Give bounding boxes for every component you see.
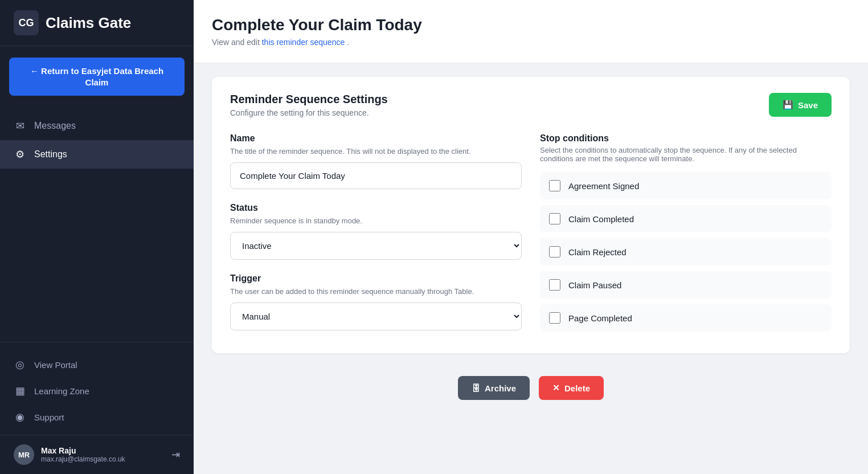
stop-conditions-desc: Select the conditions to automatically s… (540, 146, 832, 163)
sidebar-item-messages[interactable]: ✉ Messages (0, 112, 194, 140)
sidebar-item-settings-label: Settings (34, 149, 67, 160)
logo-container: CG Claims Gate (0, 0, 194, 46)
sidebar-item-view-portal[interactable]: ◎ View Portal (0, 352, 194, 378)
trigger-select[interactable]: Manual Automatic (230, 303, 522, 330)
delete-button[interactable]: ✕ Delete (539, 376, 604, 400)
status-desc: Reminder sequence is in standby mode. (230, 216, 522, 225)
support-label: Support (34, 412, 64, 422)
logo-icon: CG (14, 10, 39, 35)
logout-icon[interactable]: ⇥ (171, 448, 180, 461)
learning-zone-label: Learning Zone (34, 386, 89, 396)
settings-icon: ⚙ (14, 148, 26, 161)
archive-button[interactable]: 🗄 Archive (458, 376, 530, 400)
trigger-desc: The user can be added to this reminder s… (230, 287, 522, 296)
header-card: Complete Your Claim Today View and edit … (194, 0, 868, 63)
support-icon: ◉ (14, 411, 26, 423)
condition-claim-completed-checkbox[interactable] (549, 213, 560, 224)
stop-conditions-title: Stop conditions (540, 133, 832, 144)
condition-claim-completed-label: Claim Completed (568, 214, 634, 224)
view-portal-icon: ◎ (14, 358, 26, 371)
sidebar-item-learning-zone[interactable]: ▦ Learning Zone (0, 378, 194, 404)
status-field-group: Status Reminder sequence is in standby m… (230, 203, 522, 260)
header-subtitle: View and edit this reminder sequence . (212, 38, 850, 47)
condition-claim-rejected-label: Claim Rejected (568, 247, 627, 257)
settings-card: Reminder Sequence Settings Configure the… (212, 77, 850, 353)
condition-page-completed: Page Completed (540, 304, 832, 332)
condition-page-completed-checkbox[interactable] (549, 312, 560, 324)
status-label: Status (230, 203, 522, 213)
card-header-text: Reminder Sequence Settings Configure the… (230, 93, 388, 117)
sidebar-bottom: ◎ View Portal ▦ Learning Zone ◉ Support … (0, 342, 194, 474)
condition-claim-paused-checkbox[interactable] (549, 279, 560, 291)
user-name: Max Raju (41, 446, 165, 455)
page-title: Complete Your Claim Today (212, 16, 850, 34)
delete-icon: ✕ (552, 383, 560, 393)
messages-icon: ✉ (14, 120, 26, 132)
save-button[interactable]: 💾 Save (769, 93, 832, 117)
name-input[interactable] (230, 162, 522, 189)
name-label: Name (230, 133, 522, 144)
trigger-field-group: Trigger The user can be added to this re… (230, 273, 522, 330)
learning-zone-icon: ▦ (14, 385, 26, 397)
sidebar-item-settings[interactable]: ⚙ Settings (0, 140, 194, 169)
condition-claim-completed: Claim Completed (540, 205, 832, 232)
condition-page-completed-label: Page Completed (568, 313, 632, 323)
save-icon: 💾 (783, 100, 793, 110)
condition-agreement-signed: Agreement Signed (540, 172, 832, 199)
card-subtitle: Configure the setting for this sequence. (230, 108, 388, 117)
condition-claim-rejected: Claim Rejected (540, 238, 832, 265)
sidebar-item-support[interactable]: ◉ Support (0, 404, 194, 430)
card-title: Reminder Sequence Settings (230, 93, 388, 106)
stop-conditions-section: Stop conditions Select the conditions to… (540, 133, 832, 337)
condition-claim-paused: Claim Paused (540, 271, 832, 299)
condition-claim-rejected-checkbox[interactable] (549, 246, 560, 258)
sidebar-item-messages-label: Messages (34, 121, 76, 131)
name-field-group: Name The title of the reminder sequence.… (230, 133, 522, 189)
avatar: MR (14, 444, 34, 465)
sidebar-nav: ✉ Messages ⚙ Settings (0, 107, 194, 342)
trigger-label: Trigger (230, 273, 522, 284)
condition-claim-paused-label: Claim Paused (568, 280, 621, 290)
main-content: Complete Your Claim Today View and edit … (194, 0, 868, 474)
user-email: max.raju@claimsgate.co.uk (41, 455, 165, 463)
user-section: MR Max Raju max.raju@claimsgate.co.uk ⇥ (0, 435, 194, 474)
bottom-actions: 🗄 Archive ✕ Delete (194, 367, 868, 418)
status-select[interactable]: Inactive Active (230, 232, 522, 260)
form-left: Name The title of the reminder sequence.… (230, 133, 522, 337)
user-info: Max Raju max.raju@claimsgate.co.uk (41, 446, 165, 463)
logo-text: Claims Gate (46, 14, 131, 32)
card-header: Reminder Sequence Settings Configure the… (230, 93, 832, 117)
archive-icon: 🗄 (472, 383, 480, 393)
return-button[interactable]: ← Return to Easyjet Data Breach Claim (9, 58, 185, 96)
condition-agreement-signed-label: Agreement Signed (568, 181, 639, 191)
name-desc: The title of the reminder sequence. This… (230, 147, 522, 156)
sidebar: CG Claims Gate ← Return to Easyjet Data … (0, 0, 194, 474)
view-portal-label: View Portal (34, 360, 77, 370)
condition-agreement-signed-checkbox[interactable] (549, 180, 560, 191)
reminder-sequence-link[interactable]: this reminder sequence (262, 38, 345, 47)
form-grid: Name The title of the reminder sequence.… (230, 133, 832, 337)
